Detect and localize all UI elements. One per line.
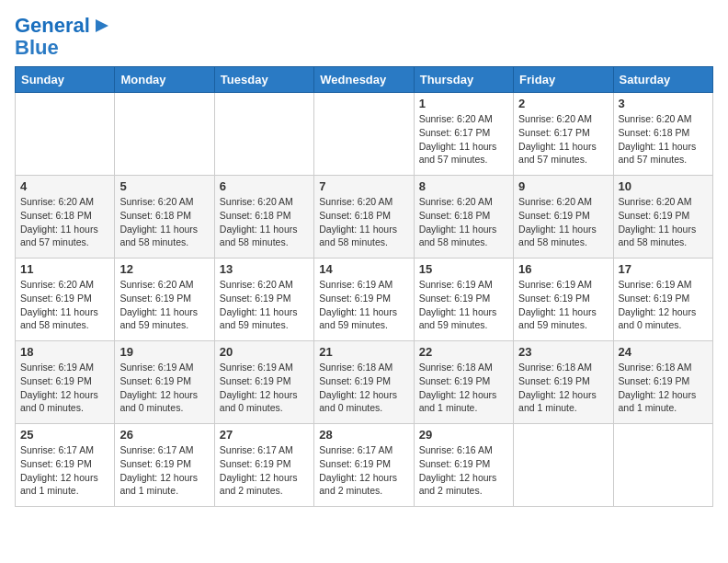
day-number: 23: [518, 345, 608, 359]
calendar-cell: 3Sunrise: 6:20 AM Sunset: 6:18 PM Daylig…: [613, 93, 712, 176]
day-info: Sunrise: 6:17 AM Sunset: 6:19 PM Dayligh…: [319, 443, 408, 498]
weekday-header-wednesday: Wednesday: [314, 67, 414, 93]
day-info: Sunrise: 6:20 AM Sunset: 6:18 PM Dayligh…: [119, 195, 209, 249]
day-info: Sunrise: 6:18 AM Sunset: 6:19 PM Dayligh…: [319, 361, 408, 415]
day-info: Sunrise: 6:18 AM Sunset: 6:19 PM Dayligh…: [518, 361, 608, 415]
calendar-cell: 12Sunrise: 6:20 AM Sunset: 6:19 PM Dayli…: [115, 259, 214, 341]
day-info: Sunrise: 6:17 AM Sunset: 6:19 PM Dayligh…: [119, 443, 209, 498]
calendar-cell: 27Sunrise: 6:17 AM Sunset: 6:19 PM Dayli…: [214, 424, 313, 507]
calendar-cell: 7Sunrise: 6:20 AM Sunset: 6:18 PM Daylig…: [314, 176, 414, 259]
calendar-cell: 6Sunrise: 6:20 AM Sunset: 6:18 PM Daylig…: [214, 176, 313, 259]
day-info: Sunrise: 6:17 AM Sunset: 6:19 PM Dayligh…: [220, 443, 309, 498]
svg-marker-0: [96, 19, 108, 32]
calendar-cell: 9Sunrise: 6:20 AM Sunset: 6:19 PM Daylig…: [514, 176, 613, 259]
calendar-cell: [514, 424, 613, 507]
calendar-cell: 29Sunrise: 6:16 AM Sunset: 6:19 PM Dayli…: [414, 424, 513, 507]
day-info: Sunrise: 6:20 AM Sunset: 6:19 PM Dayligh…: [119, 278, 209, 332]
weekday-header-tuesday: Tuesday: [214, 67, 313, 93]
day-info: Sunrise: 6:19 AM Sunset: 6:19 PM Dayligh…: [220, 361, 309, 415]
page-header: General Blue: [15, 15, 713, 59]
day-number: 17: [619, 262, 708, 276]
calendar-cell: 18Sunrise: 6:19 AM Sunset: 6:19 PM Dayli…: [16, 341, 115, 424]
calendar-cell: 2Sunrise: 6:20 AM Sunset: 6:17 PM Daylig…: [514, 93, 613, 176]
day-info: Sunrise: 6:20 AM Sunset: 6:19 PM Dayligh…: [220, 278, 309, 332]
calendar-cell: 17Sunrise: 6:19 AM Sunset: 6:19 PM Dayli…: [613, 259, 712, 341]
calendar-cell: 10Sunrise: 6:20 AM Sunset: 6:19 PM Dayli…: [613, 176, 712, 259]
day-number: 13: [220, 262, 309, 276]
calendar-cell: [16, 93, 115, 176]
day-info: Sunrise: 6:19 AM Sunset: 6:19 PM Dayligh…: [518, 278, 608, 332]
day-info: Sunrise: 6:19 AM Sunset: 6:19 PM Dayligh…: [319, 278, 408, 332]
weekday-header-friday: Friday: [514, 67, 613, 93]
day-number: 29: [419, 428, 508, 442]
day-info: Sunrise: 6:20 AM Sunset: 6:18 PM Dayligh…: [319, 195, 408, 249]
calendar-cell: [115, 93, 214, 176]
day-info: Sunrise: 6:19 AM Sunset: 6:19 PM Dayligh…: [20, 361, 109, 415]
day-info: Sunrise: 6:19 AM Sunset: 6:19 PM Dayligh…: [619, 278, 708, 332]
day-number: 7: [319, 179, 408, 193]
calendar-cell: 8Sunrise: 6:20 AM Sunset: 6:18 PM Daylig…: [414, 176, 513, 259]
day-number: 25: [20, 428, 109, 442]
weekday-header-monday: Monday: [115, 67, 214, 93]
calendar-cell: 24Sunrise: 6:18 AM Sunset: 6:19 PM Dayli…: [613, 341, 712, 424]
calendar-cell: 16Sunrise: 6:19 AM Sunset: 6:19 PM Dayli…: [514, 259, 613, 341]
weekday-header-sunday: Sunday: [16, 67, 115, 93]
day-info: Sunrise: 6:19 AM Sunset: 6:19 PM Dayligh…: [419, 278, 508, 332]
day-number: 12: [119, 262, 209, 276]
day-number: 24: [619, 345, 708, 359]
calendar-cell: 21Sunrise: 6:18 AM Sunset: 6:19 PM Dayli…: [314, 341, 414, 424]
day-info: Sunrise: 6:20 AM Sunset: 6:19 PM Dayligh…: [20, 278, 109, 332]
calendar-cell: 5Sunrise: 6:20 AM Sunset: 6:18 PM Daylig…: [115, 176, 214, 259]
calendar-cell: 11Sunrise: 6:20 AM Sunset: 6:19 PM Dayli…: [16, 259, 115, 341]
calendar-week-row: 1Sunrise: 6:20 AM Sunset: 6:17 PM Daylig…: [16, 93, 713, 176]
day-number: 27: [220, 428, 309, 442]
calendar-cell: 26Sunrise: 6:17 AM Sunset: 6:19 PM Dayli…: [115, 424, 214, 507]
day-number: 28: [319, 428, 408, 442]
day-number: 22: [419, 345, 508, 359]
calendar-cell: 13Sunrise: 6:20 AM Sunset: 6:19 PM Dayli…: [214, 259, 313, 341]
day-number: 8: [419, 179, 508, 193]
day-info: Sunrise: 6:20 AM Sunset: 6:18 PM Dayligh…: [419, 195, 508, 249]
day-info: Sunrise: 6:20 AM Sunset: 6:17 PM Dayligh…: [518, 112, 608, 167]
calendar-cell: 25Sunrise: 6:17 AM Sunset: 6:19 PM Dayli…: [16, 424, 115, 507]
day-number: 5: [119, 179, 209, 193]
calendar-week-row: 11Sunrise: 6:20 AM Sunset: 6:19 PM Dayli…: [16, 259, 713, 341]
day-number: 6: [220, 179, 309, 193]
day-number: 11: [20, 262, 109, 276]
day-number: 3: [619, 97, 708, 110]
day-info: Sunrise: 6:18 AM Sunset: 6:19 PM Dayligh…: [619, 361, 708, 415]
day-number: 1: [419, 97, 508, 110]
logo: General Blue: [15, 15, 112, 59]
day-number: 14: [319, 262, 408, 276]
day-info: Sunrise: 6:20 AM Sunset: 6:18 PM Dayligh…: [20, 195, 109, 249]
weekday-header-row: SundayMondayTuesdayWednesdayThursdayFrid…: [16, 67, 713, 93]
day-number: 2: [518, 97, 608, 110]
calendar-cell: 19Sunrise: 6:19 AM Sunset: 6:19 PM Dayli…: [115, 341, 214, 424]
calendar-cell: 22Sunrise: 6:18 AM Sunset: 6:19 PM Dayli…: [414, 341, 513, 424]
day-number: 9: [518, 179, 608, 193]
day-info: Sunrise: 6:20 AM Sunset: 6:18 PM Dayligh…: [619, 112, 708, 167]
day-info: Sunrise: 6:17 AM Sunset: 6:19 PM Dayligh…: [20, 443, 109, 498]
day-info: Sunrise: 6:20 AM Sunset: 6:19 PM Dayligh…: [619, 195, 708, 249]
day-number: 4: [20, 179, 109, 193]
calendar-week-row: 25Sunrise: 6:17 AM Sunset: 6:19 PM Dayli…: [16, 424, 713, 507]
calendar-cell: 28Sunrise: 6:17 AM Sunset: 6:19 PM Dayli…: [314, 424, 414, 507]
calendar-table: SundayMondayTuesdayWednesdayThursdayFrid…: [15, 66, 713, 507]
day-info: Sunrise: 6:18 AM Sunset: 6:19 PM Dayligh…: [419, 361, 508, 415]
weekday-header-thursday: Thursday: [414, 67, 513, 93]
day-number: 18: [20, 345, 109, 359]
day-number: 10: [619, 179, 708, 193]
logo-text: General: [15, 15, 90, 37]
calendar-cell: 1Sunrise: 6:20 AM Sunset: 6:17 PM Daylig…: [414, 93, 513, 176]
day-number: 26: [119, 428, 209, 442]
calendar-week-row: 18Sunrise: 6:19 AM Sunset: 6:19 PM Dayli…: [16, 341, 713, 424]
day-info: Sunrise: 6:16 AM Sunset: 6:19 PM Dayligh…: [419, 443, 508, 498]
calendar-cell: [314, 93, 414, 176]
day-number: 19: [119, 345, 209, 359]
logo-arrow-icon: [92, 16, 112, 36]
calendar-cell: [214, 93, 313, 176]
day-info: Sunrise: 6:20 AM Sunset: 6:17 PM Dayligh…: [419, 112, 508, 167]
day-info: Sunrise: 6:20 AM Sunset: 6:19 PM Dayligh…: [518, 195, 608, 249]
calendar-cell: [613, 424, 712, 507]
calendar-cell: 15Sunrise: 6:19 AM Sunset: 6:19 PM Dayli…: [414, 259, 513, 341]
